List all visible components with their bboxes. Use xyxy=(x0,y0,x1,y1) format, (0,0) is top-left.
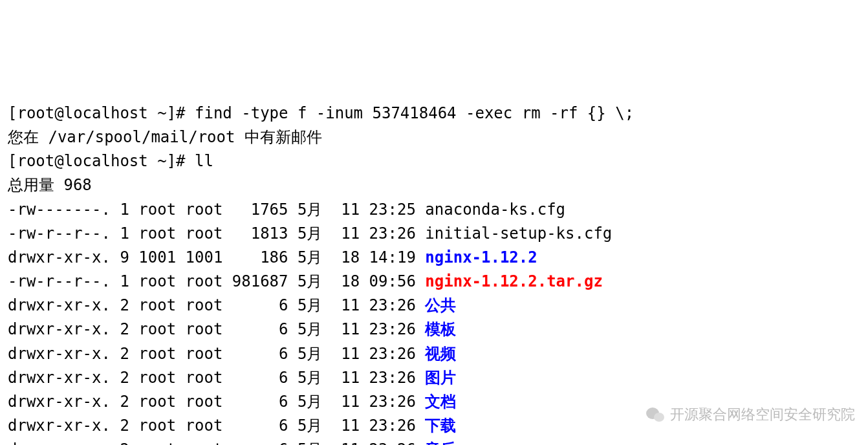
command-text: ll xyxy=(195,152,213,170)
file-name: nginx-1.12.2 xyxy=(425,248,537,266)
list-item: drwxr-xr-x. 2 root root 6 5月 11 23:26 模板 xyxy=(8,320,456,338)
file-name: 模板 xyxy=(425,320,456,338)
list-item: -rw-r--r--. 1 root root 1813 5月 11 23:26… xyxy=(8,224,612,243)
file-name: 音乐 xyxy=(425,440,456,445)
file-name: 文档 xyxy=(425,393,456,411)
file-listing: -rw-------. 1 root root 1765 5月 11 23:25… xyxy=(8,198,860,446)
command-text: find -type f -inum 537418464 -exec rm -r… xyxy=(195,104,634,122)
file-name: initial-setup-ks.cfg xyxy=(425,224,612,243)
file-name: nginx-1.12.2.tar.gz xyxy=(425,272,603,290)
list-item: drwxr-xr-x. 2 root root 6 5月 11 23:26 下载 xyxy=(8,417,456,435)
terminal-output[interactable]: [root@localhost ~]# find -type f -inum 5… xyxy=(8,102,860,445)
file-name: 视频 xyxy=(425,345,456,363)
prompt-line-2: [root@localhost ~]# ll xyxy=(8,152,213,170)
file-name: anaconda-ks.cfg xyxy=(425,201,565,219)
list-item: -rw-------. 1 root root 1765 5月 11 23:25… xyxy=(8,201,565,219)
list-item: drwxr-xr-x. 9 1001 1001 186 5月 18 14:19 … xyxy=(8,248,537,266)
list-item: drwxr-xr-x. 2 root root 6 5月 11 23:26 音乐 xyxy=(8,440,456,445)
list-item: drwxr-xr-x. 2 root root 6 5月 11 23:26 图片 xyxy=(8,369,456,387)
list-item: drwxr-xr-x. 2 root root 6 5月 11 23:26 视频 xyxy=(8,345,456,363)
list-item: -rw-r--r--. 1 root root 981687 5月 18 09:… xyxy=(8,272,603,290)
file-name: 下载 xyxy=(425,417,456,435)
mail-notice: 您在 /var/spool/mail/root 中有新邮件 xyxy=(8,128,322,146)
file-name: 图片 xyxy=(425,369,456,387)
prompt-line-1: [root@localhost ~]# find -type f -inum 5… xyxy=(8,104,634,122)
prompt-text: [root@localhost ~]# xyxy=(8,104,195,122)
total-line: 总用量 968 xyxy=(8,176,92,194)
list-item: drwxr-xr-x. 2 root root 6 5月 11 23:26 文档 xyxy=(8,393,456,411)
file-name: 公共 xyxy=(425,296,456,314)
list-item: drwxr-xr-x. 2 root root 6 5月 11 23:26 公共 xyxy=(8,296,456,314)
prompt-text: [root@localhost ~]# xyxy=(8,152,195,170)
